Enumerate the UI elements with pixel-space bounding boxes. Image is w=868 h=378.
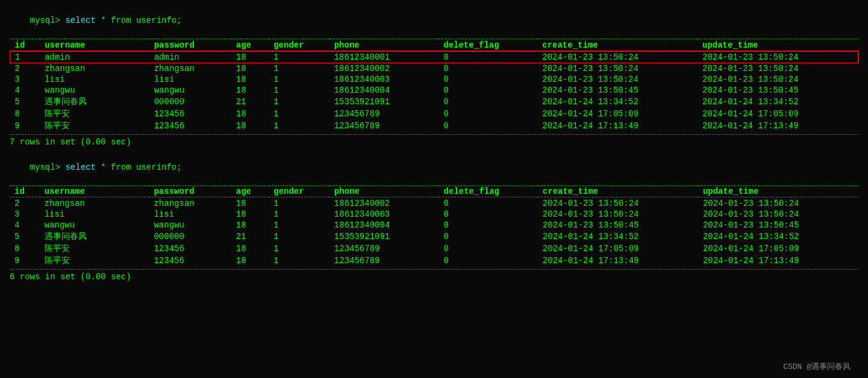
header-age-1: age xyxy=(231,40,269,51)
table-row: 9陈平安12345618112345678902024-01-24 17:13:… xyxy=(10,120,858,132)
header-update-time-2: update_time xyxy=(698,186,858,197)
cell-update_time: 2024-01-23 13:50:45 xyxy=(698,85,858,96)
cell-username: wangwu xyxy=(40,220,149,231)
cell-phone: 18612340003 xyxy=(329,74,439,85)
cell-phone: 18612340003 xyxy=(329,209,439,220)
cell-delete_flag: 0 xyxy=(439,74,537,85)
cell-id: 3 xyxy=(10,209,40,220)
table-row: 5遇事问春风ゞ0000002111535392109102024-01-24 1… xyxy=(10,96,858,108)
cell-password: lisi xyxy=(149,74,231,85)
cell-id: 8 xyxy=(10,243,40,255)
cell-password: 123456 xyxy=(149,255,231,267)
table-1-bottom-divider xyxy=(10,134,858,135)
cell-username: 遇事问春风ゞ xyxy=(40,96,149,108)
cell-id: 3 xyxy=(10,74,40,85)
cell-update_time: 2024-01-23 13:50:45 xyxy=(698,220,858,231)
cell-password: 123456 xyxy=(149,243,231,255)
cell-update_time: 2024-01-24 17:13:49 xyxy=(698,120,858,132)
cell-phone: 18612340002 xyxy=(329,63,439,74)
cell-create_time: 2024-01-24 17:05:09 xyxy=(538,243,698,255)
header-gender-2: gender xyxy=(269,186,329,197)
cell-delete_flag: 0 xyxy=(439,220,538,231)
cell-create_time: 2024-01-24 17:13:49 xyxy=(537,120,698,132)
table-row: 4wangwuwangwu1811861234000402024-01-23 1… xyxy=(10,85,858,96)
cell-id: 9 xyxy=(10,120,40,132)
cell-phone: 18612340004 xyxy=(329,85,439,96)
table-1-wrapper: id username password age gender phone de… xyxy=(10,39,858,135)
prompt-rest-2: * from userinfo; xyxy=(96,163,182,172)
cell-phone: 15353921091 xyxy=(329,96,439,108)
cell-phone: 123456789 xyxy=(329,120,439,132)
cell-gender: 1 xyxy=(269,220,329,231)
cell-update_time: 2024-01-23 13:50:24 xyxy=(698,63,858,74)
cell-password: wangwu xyxy=(149,85,231,96)
cell-username: zhangsan xyxy=(40,198,149,209)
cell-update_time: 2024-01-23 13:50:24 xyxy=(698,51,858,63)
cell-age: 21 xyxy=(231,96,269,108)
cell-id: 2 xyxy=(10,63,40,74)
header-username-2: username xyxy=(40,186,149,197)
cell-gender: 1 xyxy=(269,198,329,209)
cell-id: 5 xyxy=(10,96,40,108)
cell-create_time: 2024-01-24 17:13:49 xyxy=(538,255,698,267)
cell-username: 陈平安 xyxy=(40,243,149,255)
cell-update_time: 2024-01-24 17:05:09 xyxy=(698,243,858,255)
table-row: 5遇事问春风ゞ0000002111535392109102024-01-24 1… xyxy=(10,231,858,243)
cell-create_time: 2024-01-23 13:50:24 xyxy=(537,63,698,74)
cell-delete_flag: 0 xyxy=(439,120,537,132)
header-create-time-1: create_time xyxy=(537,40,698,51)
result-line-1: 7 rows in set (0.00 sec) xyxy=(10,137,858,147)
header-delete-flag-1: delete_flag xyxy=(439,40,537,51)
cell-password: 123456 xyxy=(149,108,231,120)
cell-delete_flag: 0 xyxy=(439,198,538,209)
header-create-time-2: create_time xyxy=(538,186,698,197)
cell-gender: 1 xyxy=(269,51,329,63)
header-phone-1: phone xyxy=(329,40,439,51)
cell-create_time: 2024-01-24 13:34:52 xyxy=(537,96,698,108)
cell-create_time: 2024-01-24 17:05:09 xyxy=(537,108,698,120)
table-row: 3lisilisi1811861234000302024-01-23 13:50… xyxy=(10,209,858,220)
cell-delete_flag: 0 xyxy=(439,231,538,243)
cell-create_time: 2024-01-23 13:50:24 xyxy=(538,209,698,220)
cell-password: wangwu xyxy=(149,220,231,231)
cell-age: 18 xyxy=(231,243,269,255)
header-id-2: id xyxy=(10,186,40,197)
cell-age: 18 xyxy=(231,198,269,209)
table-row: 4wangwuwangwu1811861234000402024-01-23 1… xyxy=(10,220,858,231)
cell-gender: 1 xyxy=(269,255,329,267)
cell-update_time: 2024-01-23 13:50:24 xyxy=(698,74,858,85)
cell-username: lisi xyxy=(40,209,149,220)
cell-gender: 1 xyxy=(269,63,329,74)
cell-username: wangwu xyxy=(40,85,149,96)
cell-gender: 1 xyxy=(269,85,329,96)
table-row: 1adminadmin1811861234000102024-01-23 13:… xyxy=(10,51,858,63)
cell-age: 18 xyxy=(231,74,269,85)
cell-username: admin xyxy=(40,51,149,63)
prompt-keyword-1: select xyxy=(65,16,95,25)
cell-id: 4 xyxy=(10,85,40,96)
header-phone-2: phone xyxy=(329,186,439,197)
cell-gender: 1 xyxy=(269,243,329,255)
cell-username: lisi xyxy=(40,74,149,85)
cell-password: admin xyxy=(149,51,231,63)
header-id-1: id xyxy=(10,40,40,51)
cell-update_time: 2024-01-24 17:13:49 xyxy=(698,255,858,267)
table-row: 3lisilisi1811861234000302024-01-23 13:50… xyxy=(10,74,858,85)
cell-create_time: 2024-01-23 13:50:45 xyxy=(537,85,698,96)
header-username-1: username xyxy=(40,40,149,51)
header-update-time-1: update_time xyxy=(698,40,858,51)
cell-delete_flag: 0 xyxy=(439,63,537,74)
cell-username: zhangsan xyxy=(40,63,149,74)
cell-age: 18 xyxy=(231,120,269,132)
table-row: 2zhangsanzhangsan1811861234000202024-01-… xyxy=(10,63,858,74)
cell-username: 遇事问春风ゞ xyxy=(40,231,149,243)
table-row: 9陈平安12345618112345678902024-01-24 17:13:… xyxy=(10,255,858,267)
cell-username: 陈平安 xyxy=(40,120,149,132)
cell-id: 4 xyxy=(10,220,40,231)
cell-delete_flag: 0 xyxy=(439,255,538,267)
cell-create_time: 2024-01-23 13:50:24 xyxy=(538,198,698,209)
cell-age: 18 xyxy=(231,63,269,74)
cell-gender: 1 xyxy=(269,96,329,108)
cell-phone: 123456789 xyxy=(329,108,439,120)
cell-phone: 123456789 xyxy=(329,243,439,255)
